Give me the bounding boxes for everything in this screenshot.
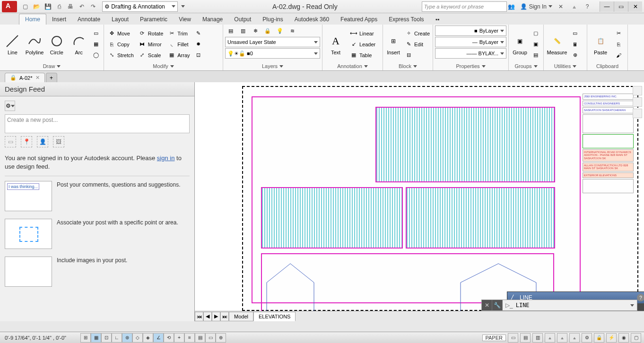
workspace-combo[interactable]: ⚙ Drafting & Annotation — [102, 1, 178, 12]
layer-lock-button[interactable]: 🔒 — [262, 26, 273, 36]
tpy-toggle[interactable]: ▤ — [195, 333, 205, 343]
lwt-toggle[interactable]: ≡ — [184, 333, 195, 343]
exchange-icon[interactable]: ✕ — [556, 2, 566, 11]
ortho-toggle[interactable]: ∟ — [112, 333, 122, 343]
isolate-objects-button[interactable]: ◉ — [618, 333, 629, 343]
scale-button[interactable]: ⤢Scale — [137, 50, 165, 60]
tab-insert[interactable]: Insert — [46, 14, 72, 25]
viewport-front-elevation[interactable] — [375, 107, 555, 182]
select-all-button[interactable]: ▭ — [569, 28, 581, 39]
tab-view[interactable]: View — [173, 14, 197, 25]
space-indicator[interactable]: PAPER — [482, 334, 506, 341]
viewport-right-elevation[interactable] — [406, 187, 555, 249]
ellipse-button[interactable]: ◯ — [90, 50, 102, 60]
close-tab-icon[interactable]: ✕ — [35, 75, 40, 81]
autodesk360-icon[interactable]: ⟁ — [569, 2, 579, 11]
tab-express-tools[interactable]: Express Tools — [383, 14, 429, 25]
qat-open-icon[interactable]: 📂 — [31, 1, 42, 12]
layer-freeze-button[interactable]: ❄ — [250, 26, 261, 36]
anno-visibility-button[interactable]: ⟁ — [557, 333, 567, 343]
tab-layout[interactable]: Layout — [106, 14, 134, 25]
linetype-combo[interactable]: — ByLayer — [435, 37, 506, 47]
model-tab[interactable]: Model — [229, 312, 253, 321]
otrack-toggle[interactable]: ∠ — [153, 333, 164, 343]
text-button[interactable]: AText — [324, 33, 347, 56]
toolbar-lock-button[interactable]: 🔒 — [594, 333, 604, 343]
layout-first-icon[interactable]: ⏮ — [195, 312, 203, 321]
pin-icon[interactable]: 📍 — [21, 136, 32, 147]
layer-iso-button[interactable]: ▥ — [237, 26, 249, 36]
move-button[interactable]: ✥Move — [106, 28, 136, 39]
cut-button[interactable]: ✂ — [613, 28, 624, 39]
polar-toggle[interactable]: ⊛ — [122, 333, 132, 343]
view-maximize-icon[interactable] — [633, 97, 642, 107]
signin-link[interactable]: sign in — [157, 154, 175, 162]
cmdline-close-icon[interactable]: ✕ — [482, 300, 492, 310]
tab-home[interactable]: Home — [19, 14, 46, 25]
ac-help-icon[interactable]: ? — [637, 294, 644, 301]
minimize-button[interactable]: — — [600, 1, 614, 12]
quick-calc-button[interactable]: 🖩 — [569, 39, 581, 50]
erase-button[interactable]: ✎ — [193, 28, 204, 39]
fillet-button[interactable]: ◟Fillet — [166, 39, 191, 50]
leader-button[interactable]: ↙Leader — [348, 39, 377, 50]
trim-button[interactable]: ✂Trim — [166, 28, 191, 39]
lineweight-combo[interactable]: —— BYLAY... — [435, 48, 506, 59]
layer-current-combo[interactable]: 💡☀🔓 ■ 0 — [225, 48, 320, 59]
viewport-left-elevation[interactable] — [261, 187, 403, 249]
tab-output[interactable]: Output — [228, 14, 257, 25]
help-search-input[interactable]: Type a keyword or phrase — [422, 1, 507, 12]
layer-props-button[interactable]: ▤ — [225, 26, 236, 36]
sc-toggle[interactable]: ⊕ — [216, 333, 226, 343]
layer-match-button[interactable]: ≋ — [287, 26, 298, 36]
rotate-button[interactable]: ⟳Rotate — [137, 28, 165, 39]
area-select-icon[interactable]: ▭ — [5, 136, 16, 147]
osnap-toggle[interactable]: ◇ — [132, 333, 143, 343]
polyline-button[interactable]: Polyline — [24, 33, 45, 56]
edit-attributes-button[interactable]: ⊟ — [403, 50, 432, 60]
dyn-toggle[interactable]: + — [174, 333, 184, 343]
dim-linear-button[interactable]: ⟷Linear — [348, 28, 377, 39]
circle-button[interactable]: Circle — [46, 33, 68, 56]
paste-button[interactable]: 📋Paste — [589, 33, 612, 56]
snap-toggle[interactable]: ▦ — [91, 333, 101, 343]
arc-button[interactable]: Arc — [68, 33, 89, 56]
group-edit-button[interactable]: ▣ — [530, 39, 541, 50]
close-button[interactable]: ✕ — [628, 1, 642, 12]
tab-parametric[interactable]: Parametric — [134, 14, 173, 25]
infer-constraints-toggle[interactable]: ⊞ — [80, 333, 91, 343]
group-select-button[interactable]: ▤ — [530, 50, 541, 60]
qat-saveas-icon[interactable]: ⎙ — [54, 1, 64, 12]
qat-redo-icon[interactable]: ↷ — [88, 1, 98, 12]
qat-new-icon[interactable]: ▢ — [20, 1, 30, 12]
signin-button[interactable]: 👤 Sign In — [520, 3, 552, 10]
maximize-button[interactable]: ▭ — [614, 1, 628, 12]
workspace-switch-button[interactable]: ⚙ — [582, 333, 592, 343]
tab-manage[interactable]: Manage — [197, 14, 228, 25]
copy-button[interactable]: ⎘Copy — [106, 39, 136, 50]
layer-off-button[interactable]: 💡 — [274, 26, 286, 36]
tab-annotate[interactable]: Annotate — [72, 14, 106, 25]
anno-autoscale-button[interactable]: ⟁ — [569, 333, 580, 343]
insert-block-button[interactable]: ⊞Insert — [385, 33, 402, 56]
feed-settings-button[interactable]: ⚙ — [5, 101, 15, 111]
qat-undo-icon[interactable]: ↶ — [77, 1, 87, 12]
tab-featured-apps[interactable]: Featured Apps — [335, 14, 383, 25]
create-post-input[interactable]: Create a new post... — [5, 114, 190, 133]
quick-view-button[interactable]: ▤ — [520, 333, 531, 343]
group-button[interactable]: ▣Group — [511, 33, 529, 56]
color-combo[interactable]: ■ ByLayer — [435, 26, 506, 36]
match-props-button[interactable]: 🖌 — [613, 50, 624, 60]
copy-clip-button[interactable]: ⎘ — [613, 39, 624, 50]
explode-button[interactable]: ✹ — [193, 39, 204, 50]
mirror-button[interactable]: ⧓Mirror — [137, 39, 165, 50]
clean-screen-button[interactable]: ▢ — [631, 333, 641, 343]
table-button[interactable]: ▦Table — [348, 50, 377, 60]
create-block-button[interactable]: ✧Create — [403, 28, 432, 39]
cmdline-history-icon[interactable] — [630, 304, 634, 307]
line-button[interactable]: Line — [2, 33, 23, 56]
qat-save-icon[interactable]: 💾 — [43, 1, 53, 12]
qp-toggle[interactable]: ▭ — [205, 333, 216, 343]
layout-last-icon[interactable]: ⏭ — [220, 312, 229, 321]
workspace-dropdown-icon[interactable] — [178, 1, 188, 12]
